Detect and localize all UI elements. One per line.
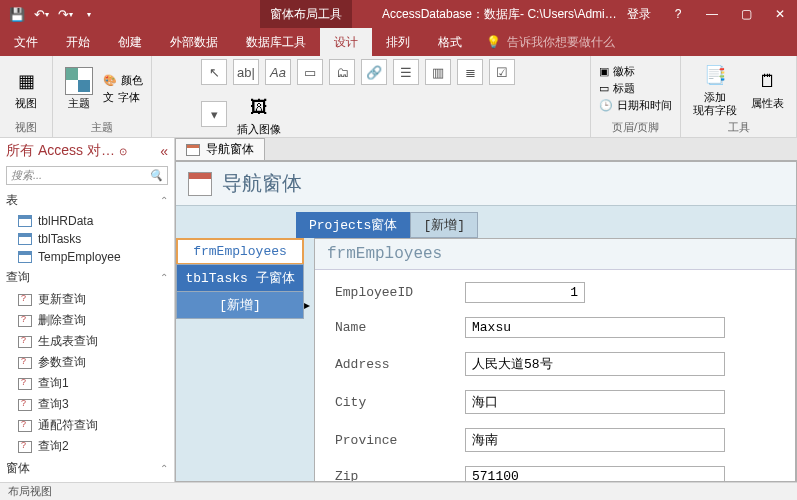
ribbon: ▦视图 视图 主题 🎨颜色 文字体 主题 ↖ ab| Aa ▭ 🗂 🔗 ☰ ▥ … [0, 56, 797, 138]
query-icon [18, 399, 32, 411]
query-icon [18, 378, 32, 390]
field-employeeid[interactable]: 1 [465, 282, 585, 303]
control-combo[interactable]: ▥ [425, 59, 451, 85]
ribbon-group-tools: 📑添加 现有字段 🗒属性表 工具 [681, 56, 797, 137]
nav-search-input[interactable]: 搜索... 🔍 [6, 166, 168, 185]
nav-item-maketable-query[interactable]: 生成表查询 [0, 331, 174, 352]
record-selector-icon[interactable]: ▸ [304, 298, 310, 312]
maximize-icon[interactable]: ▢ [729, 0, 763, 28]
control-textbox[interactable]: ab| [233, 59, 259, 85]
nav-item-query1[interactable]: 查询1 [0, 373, 174, 394]
tab-home[interactable]: 开始 [52, 28, 104, 56]
chevron-down-icon[interactable]: ⊙ [119, 146, 127, 157]
table-icon [18, 215, 32, 227]
nav-category-queries[interactable]: 查询⌃ [0, 266, 174, 289]
control-label[interactable]: Aa [265, 59, 291, 85]
qat-customize-icon[interactable]: ▾ [78, 3, 100, 25]
htab-new[interactable]: [新增] [410, 212, 478, 238]
image-icon: 🖼 [245, 93, 273, 121]
nav-category-forms[interactable]: 窗体⌃ [0, 457, 174, 480]
nav-item-tbltasks[interactable]: tblTasks [0, 230, 174, 248]
themes-button[interactable]: 主题 [61, 65, 97, 111]
view-button[interactable]: ▦视图 [8, 65, 44, 111]
tab-design[interactable]: 设计 [320, 28, 372, 56]
control-button[interactable]: ▭ [297, 59, 323, 85]
field-province[interactable]: 海南 [465, 428, 725, 452]
datetime-button[interactable]: 🕒日期和时间 [599, 98, 672, 113]
search-icon: 🔍 [149, 169, 163, 182]
control-link[interactable]: 🔗 [361, 59, 387, 85]
subform-body: frmEmployees EmployeeID 1 Name Maxsu Add… [314, 238, 796, 482]
control-nav[interactable]: ☰ [393, 59, 419, 85]
form-canvas: 导航窗体 Projects窗体 [新增] frmEmployees tblTas… [175, 161, 797, 482]
control-list[interactable]: ≣ [457, 59, 483, 85]
minimize-icon[interactable]: — [695, 0, 729, 28]
form-icon [186, 144, 200, 156]
property-icon: 🗒 [754, 67, 782, 95]
label-zip: Zip [335, 469, 465, 482]
horizontal-tabs: Projects窗体 [新增] [176, 206, 796, 238]
nav-item-tblhrdata[interactable]: tblHRData [0, 212, 174, 230]
label-province: Province [335, 433, 465, 448]
nav-item-param-query[interactable]: 参数查询 [0, 352, 174, 373]
contextual-tab-label: 窗体布局工具 [260, 0, 352, 28]
control-pointer[interactable]: ↖ [201, 59, 227, 85]
logo-button[interactable]: ▣徽标 [599, 64, 672, 79]
vtab-tbltasks-sub[interactable]: tblTasks 子窗体 [176, 264, 304, 292]
nav-item-query3[interactable]: 查询3 [0, 394, 174, 415]
login-label[interactable]: 登录 [617, 6, 661, 23]
property-sheet-button[interactable]: 🗒属性表 [747, 65, 788, 111]
nav-item-delete-query[interactable]: 删除查询 [0, 310, 174, 331]
tab-external-data[interactable]: 外部数据 [156, 28, 232, 56]
fonts-button[interactable]: 文字体 [103, 90, 143, 105]
tab-format[interactable]: 格式 [424, 28, 476, 56]
nav-category-tables[interactable]: 表⌃ [0, 189, 174, 212]
table-icon [18, 251, 32, 263]
label-city: City [335, 395, 465, 410]
content-area: 所有 Access 对… ⊙ « 搜索... 🔍 表⌃ tblHRData tb… [0, 138, 797, 482]
tab-arrange[interactable]: 排列 [372, 28, 424, 56]
control-tab[interactable]: 🗂 [329, 59, 355, 85]
colors-button[interactable]: 🎨颜色 [103, 73, 143, 88]
field-name[interactable]: Maxsu [465, 317, 725, 338]
title-button[interactable]: ▭标题 [599, 81, 672, 96]
redo-icon[interactable]: ↷▾ [54, 3, 76, 25]
field-address[interactable]: 人民大道58号 [465, 352, 725, 376]
doc-tab-nav-form[interactable]: 导航窗体 [175, 138, 265, 160]
insert-image-button[interactable]: 🖼插入图像 [233, 91, 285, 137]
nav-item-query2[interactable]: 查询2 [0, 436, 174, 457]
help-icon[interactable]: ? [661, 0, 695, 28]
undo-icon[interactable]: ↶▾ [30, 3, 52, 25]
tell-me-label: 告诉我你想要做什么 [507, 34, 615, 51]
form-title-text[interactable]: 导航窗体 [222, 170, 302, 197]
control-check[interactable]: ☑ [489, 59, 515, 85]
form-logo-icon[interactable] [188, 172, 212, 196]
table-icon [18, 233, 32, 245]
query-icon [18, 294, 32, 306]
vtab-new[interactable]: [新增] [176, 291, 304, 319]
search-placeholder: 搜索... [11, 168, 42, 183]
query-icon [18, 441, 32, 453]
nav-item-wildcard-query[interactable]: 通配符查询 [0, 415, 174, 436]
field-zip[interactable]: 571100 [465, 466, 725, 482]
htab-projects[interactable]: Projects窗体 [296, 212, 410, 238]
tab-file[interactable]: 文件 [0, 28, 52, 56]
vtab-frmemployees[interactable]: frmEmployees [176, 238, 304, 265]
control-more[interactable]: ▾ [201, 101, 227, 127]
document-tabs: 导航窗体 [175, 138, 797, 161]
close-icon[interactable]: ✕ [763, 0, 797, 28]
field-city[interactable]: 海口 [465, 390, 725, 414]
nav-item-tempemployee[interactable]: TempEmployee [0, 248, 174, 266]
save-icon[interactable]: 💾 [6, 3, 28, 25]
ribbon-group-themes: 主题 🎨颜色 文字体 主题 [53, 56, 152, 137]
label-employeeid: EmployeeID [335, 285, 465, 300]
nav-header[interactable]: 所有 Access 对… ⊙ « [0, 138, 174, 164]
quick-access-toolbar: 💾 ↶▾ ↷▾ ▾ [0, 3, 100, 25]
tab-database-tools[interactable]: 数据库工具 [232, 28, 320, 56]
add-fields-button[interactable]: 📑添加 现有字段 [689, 59, 741, 117]
tell-me[interactable]: 💡 告诉我你想要做什么 [476, 28, 615, 56]
nav-collapse-icon[interactable]: « [160, 143, 168, 159]
tab-create[interactable]: 创建 [104, 28, 156, 56]
nav-item-update-query[interactable]: 更新查询 [0, 289, 174, 310]
window-title: AccessDatabase：数据库- C:\Users\Admi… [352, 6, 617, 23]
